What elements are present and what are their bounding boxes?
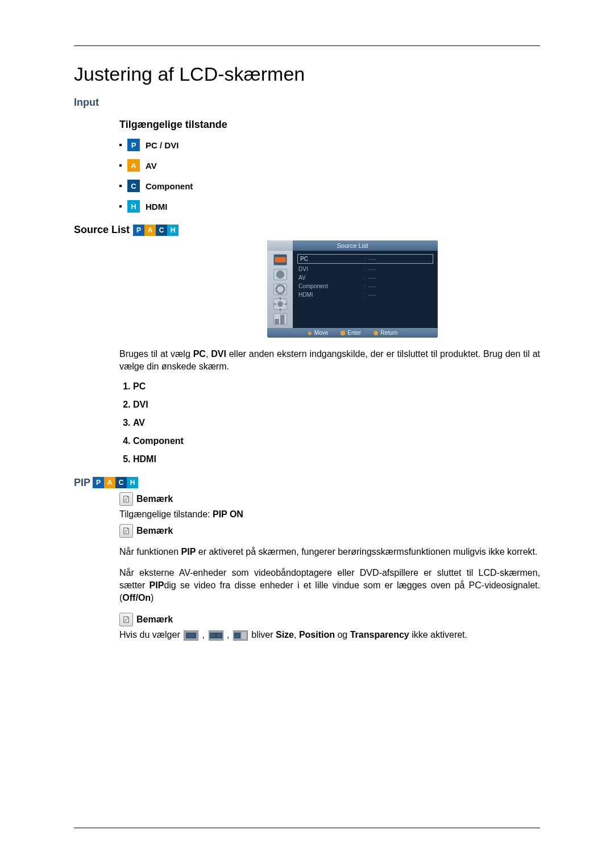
- osd-val: ----: [368, 292, 432, 298]
- svg-rect-5: [280, 315, 284, 325]
- osd-sidebar: [267, 251, 293, 328]
- note-heading: Bemærk: [119, 524, 540, 538]
- pip-layout-note: Hvis du vælger , , bliver Size, Position…: [119, 629, 540, 641]
- osd-picture-icon: [273, 269, 287, 280]
- pip-touch-warning: Når funktionen PIP er aktiveret på skærm…: [119, 546, 540, 558]
- note-icon: [119, 613, 133, 626]
- pip-heading: PIP P A C H: [74, 477, 540, 489]
- svg-point-3: [277, 301, 283, 307]
- osd-body: PC : ---- DVI:---- AV:---- Component:---…: [267, 251, 438, 328]
- mode-label: HDMI: [146, 202, 167, 211]
- bullet-icon: [119, 185, 122, 187]
- mode-label: PC / DVI: [146, 140, 179, 150]
- badge-h-icon: H: [127, 477, 138, 488]
- document-page: Justering af LCD-skærmen Input Tilgængel…: [0, 0, 614, 868]
- osd-return-hint: Return: [374, 330, 397, 336]
- osd-main: PC : ---- DVI:---- AV:---- Component:---…: [293, 251, 438, 328]
- badge-c-icon: C: [127, 180, 140, 192]
- note-icon: [119, 492, 133, 506]
- note-label: Bemærk: [136, 526, 173, 536]
- pip-badge-row: P A C H: [93, 477, 138, 488]
- osd-row: Component:----: [293, 282, 438, 290]
- pip-body: Bemærk Tilgængelige tilstande: PIP ON Be…: [119, 492, 540, 641]
- section-input-heading: Input: [74, 97, 540, 109]
- osd-setup-icon: [273, 298, 287, 310]
- badge-c-icon: C: [156, 225, 167, 236]
- mode-label: AV: [146, 161, 157, 171]
- osd-multi-icon: [273, 313, 287, 325]
- pip-layout-pip-icon: [233, 630, 248, 641]
- mode-item: P PC / DVI: [119, 139, 540, 151]
- list-item: Component: [133, 436, 540, 446]
- osd-val: ----: [368, 283, 432, 289]
- pip-label: PIP: [74, 477, 90, 489]
- badge-h-icon: H: [167, 225, 179, 236]
- mode-item: H HDMI: [119, 200, 540, 213]
- osd-key: Component: [298, 283, 362, 289]
- osd-key: DVI: [298, 266, 362, 272]
- badge-p-icon: P: [133, 225, 144, 236]
- bullet-icon: [119, 205, 122, 207]
- modes-list: P PC / DVI A AV C Component H HDMI: [119, 139, 540, 213]
- osd-key: AV: [298, 275, 362, 281]
- osd-enter-hint: Enter: [341, 330, 361, 336]
- list-item: DVI: [133, 400, 540, 410]
- osd-row-selected: PC : ----: [297, 254, 433, 264]
- bottom-rule: [74, 828, 540, 828]
- badge-p-icon: P: [127, 139, 140, 151]
- list-item: PC: [133, 381, 540, 392]
- svg-rect-0: [275, 257, 285, 263]
- osd-row: HDMI:----: [293, 290, 438, 299]
- svg-point-2: [276, 285, 284, 293]
- mode-item: A AV: [119, 159, 540, 172]
- top-rule: [74, 45, 540, 46]
- osd-title: Source List: [267, 240, 438, 251]
- badge-a-icon: A: [144, 225, 156, 236]
- source-badge-row: P A C H: [133, 225, 179, 236]
- osd-window: Source List: [267, 240, 438, 338]
- pip-layout-full-icon: [184, 630, 198, 641]
- osd-key: HDMI: [298, 292, 362, 298]
- note-label: Bemærk: [136, 494, 173, 504]
- badge-h-icon: H: [127, 200, 140, 213]
- osd-move-hint: Move: [308, 330, 328, 336]
- list-item: HDMI: [133, 454, 540, 464]
- source-description: Bruges til at vælg PC, DVI eller anden e…: [119, 348, 540, 373]
- modes-heading: Tilgængelige tilstande: [119, 119, 540, 131]
- mode-item: C Component: [119, 180, 540, 192]
- list-item: AV: [133, 418, 540, 428]
- badge-a-icon: A: [104, 477, 115, 488]
- osd-row: AV:----: [293, 273, 438, 282]
- osd-sound-icon: [273, 284, 287, 295]
- osd-footer: Move Enter Return: [267, 328, 438, 338]
- osd-val: ----: [368, 275, 432, 281]
- page-title: Justering af LCD-skærmen: [74, 63, 540, 85]
- source-items-list: PC DVI AV Component HDMI: [119, 381, 540, 464]
- bullet-icon: [119, 164, 122, 167]
- osd-val: ----: [369, 256, 431, 262]
- svg-rect-4: [275, 319, 279, 325]
- note-heading: Bemærk: [119, 492, 540, 506]
- pip-overlay-desc: Når eksterne AV-enheder som videobåndopt…: [119, 567, 540, 605]
- note-icon: [119, 524, 133, 538]
- bullet-icon: [119, 144, 122, 146]
- mode-label: Component: [146, 181, 193, 191]
- source-list-label: Source List: [74, 224, 130, 236]
- note-heading: Bemærk: [119, 613, 540, 626]
- badge-a-icon: A: [127, 159, 140, 172]
- osd-val: ----: [368, 266, 432, 272]
- badge-p-icon: P: [93, 477, 104, 488]
- osd-row: DVI:----: [293, 265, 438, 273]
- input-section-body: Tilgængelige tilstande P PC / DVI A AV C…: [119, 119, 540, 213]
- source-list-heading: Source List P A C H: [74, 224, 540, 236]
- pip-layout-split-icon: [209, 630, 223, 641]
- note-label: Bemærk: [136, 614, 173, 625]
- pip-modes-line: Tilgængelige tilstande: PIP ON: [119, 508, 540, 521]
- svg-point-1: [276, 271, 284, 279]
- badge-c-icon: C: [115, 477, 127, 488]
- source-list-body: Source List: [119, 240, 540, 464]
- osd-key: PC: [300, 256, 362, 262]
- osd-input-icon: [273, 254, 287, 265]
